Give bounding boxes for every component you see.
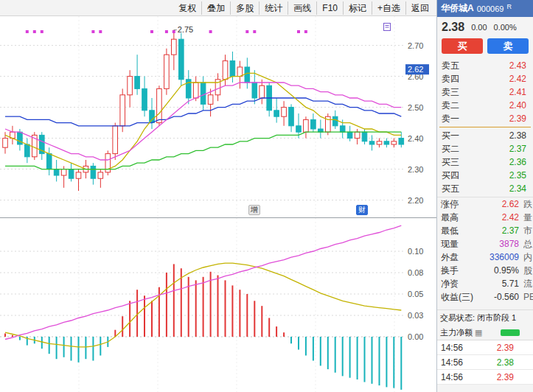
svg-text:2.20: 2.20 — [408, 196, 423, 205]
stat-value: 0.95% — [494, 265, 519, 276]
draw-line-button[interactable]: 画线 — [288, 1, 316, 15]
ask-label: 卖四 — [442, 73, 459, 85]
bid-price: 2.35 — [509, 170, 526, 181]
mark-button[interactable]: 标记 — [343, 1, 372, 15]
stock-app-window: 复权 叠加 多股 统计 画线 F10 标记 +自选 返回 2.702.602.5… — [0, 0, 533, 392]
sell-button[interactable]: 卖 — [487, 38, 529, 54]
bid-row[interactable]: 买五 2.34 — [437, 182, 533, 195]
indicator-tag-cai[interactable]: 财 — [356, 205, 368, 215]
bid-price: 2.34 — [509, 183, 526, 194]
price-change: 0.00 — [471, 23, 487, 32]
add-watchlist-button[interactable]: +自选 — [372, 1, 405, 15]
trade-status-label: 交易状态: — [440, 312, 475, 323]
svg-text:2.75: 2.75 — [178, 25, 193, 34]
stat-clipped-label: 市 — [523, 225, 533, 237]
stat-clipped-label: 总 — [523, 238, 533, 251]
multi-stock-button[interactable]: 多股 — [230, 1, 259, 15]
price-row: 2.38 0.00 0.00% — [437, 17, 533, 38]
ask-row[interactable]: 卖五 2.43 — [437, 59, 533, 72]
tick-time: 14:56 — [441, 357, 463, 368]
memo-icon-glyph — [383, 22, 392, 32]
bid-row[interactable]: 买一 2.38 — [437, 129, 533, 142]
order-book: 卖五 2.43 卖四 2.42 卖三 2.41 卖二 2.40 卖一 2.39 … — [437, 58, 533, 195]
bid-ask-divider — [439, 127, 531, 127]
ask-price: 2.40 — [509, 100, 526, 111]
tick-price: 2.39 — [497, 372, 514, 382]
tick-list: 14:56 2.39 14:56 2.38 14:56 2.39 — [437, 340, 533, 385]
quote-panel: 华侨城A 000069 R 2.38 0.00 0.00% 买 卖 卖五 2.4… — [437, 0, 533, 392]
bid-price: 2.38 — [509, 130, 526, 141]
overlay-button[interactable]: 叠加 — [201, 1, 230, 15]
tick-price: 2.39 — [497, 343, 514, 353]
bid-row[interactable]: 买四 2.35 — [437, 169, 533, 182]
ask-row[interactable]: 卖三 2.41 — [437, 85, 533, 99]
chart-area: 复权 叠加 多股 统计 画线 F10 标记 +自选 返回 2.702.602.5… — [0, 0, 437, 392]
ask-row[interactable]: 卖二 2.40 — [437, 99, 533, 112]
chart-toolbar: 复权 叠加 多股 统计 画线 F10 标记 +自选 返回 — [0, 0, 436, 16]
stat-value: 2.62 — [502, 199, 519, 209]
ask-label: 卖一 — [442, 113, 459, 125]
stat-value: 5.71 — [502, 279, 519, 289]
candlestick-chart[interactable]: 2.702.602.502.402.302.202.752.62 — [0, 16, 437, 217]
trade-status-row: 交易状态: 闭市阶段 1 — [437, 309, 533, 325]
main-flow-label: 主力净额 — [440, 327, 473, 338]
last-price: 2.38 — [442, 21, 464, 34]
ask-row[interactable]: 卖四 2.42 — [437, 72, 533, 85]
stat-row-limit-up: 涨停 2.62 跌 — [437, 197, 533, 211]
main-flow-bar — [501, 329, 520, 336]
svg-text:2.70: 2.70 — [408, 41, 423, 50]
tick-price: 2.38 — [497, 357, 514, 368]
stat-row-cur-volume: 现量 3878 总 — [437, 237, 533, 251]
stat-value: 336009 — [490, 252, 519, 262]
stat-clipped-label: 流 — [523, 278, 533, 290]
trade-buttons: 买 卖 — [437, 38, 533, 58]
stat-value: -0.560 — [494, 292, 519, 302]
bid-row[interactable]: 买三 2.36 — [437, 155, 533, 169]
stat-row-high: 最高 2.42 量 — [437, 211, 533, 224]
indicator-panel: 0.100.080.050.030.00 — [0, 218, 436, 392]
main-chart-panel: 2.702.602.502.402.302.202.752.62 增 财 — [0, 16, 436, 218]
ask-price: 2.42 — [509, 74, 526, 84]
ask-label: 卖二 — [442, 99, 459, 112]
buy-button[interactable]: 买 — [442, 38, 483, 54]
stat-row-nav: 净资 5.71 流 — [437, 277, 533, 290]
stat-label: 最低 — [441, 225, 459, 237]
main-flow-row[interactable]: 主力净额 ▦ — [437, 325, 533, 340]
stat-clipped-label: PE — [523, 292, 533, 302]
ask-row[interactable]: 卖一 2.39 — [437, 112, 533, 125]
flow-detail-icon[interactable]: ▦ — [475, 328, 482, 337]
indicator-chart[interactable]: 0.100.080.050.030.00 — [0, 218, 437, 392]
back-button[interactable]: 返回 — [405, 1, 434, 15]
stat-label: 换手 — [441, 265, 459, 277]
svg-text:2.62: 2.62 — [408, 65, 423, 74]
ask-price: 2.43 — [509, 60, 526, 71]
stock-name: 华侨城A — [441, 2, 474, 15]
statistics-button[interactable]: 统计 — [259, 1, 288, 15]
stock-header: 华侨城A 000069 R — [437, 0, 533, 17]
svg-text:2.30: 2.30 — [408, 165, 423, 174]
svg-text:0.00: 0.00 — [408, 332, 423, 341]
stat-row-low: 最低 2.37 市 — [437, 224, 533, 237]
stat-row-eps: 收益(三) -0.560 PE — [437, 290, 533, 304]
ask-label: 卖五 — [442, 60, 459, 72]
bid-row[interactable]: 买二 2.37 — [437, 142, 533, 155]
chart-memo-icon[interactable] — [383, 22, 392, 32]
svg-text:2.40: 2.40 — [408, 134, 423, 143]
svg-text:0.05: 0.05 — [408, 290, 423, 298]
stat-clipped-label: 跌 — [523, 198, 533, 211]
bid-label: 买四 — [442, 169, 459, 182]
svg-text:0.10: 0.10 — [408, 247, 423, 256]
tick-time: 14:56 — [441, 343, 463, 353]
f10-button[interactable]: F10 — [316, 1, 343, 15]
stat-row-outer-volume: 外盘 336009 内 — [437, 251, 533, 264]
indicator-tag-zeng[interactable]: 增 — [248, 205, 260, 215]
svg-text:2.50: 2.50 — [408, 103, 423, 112]
stat-label: 现量 — [441, 238, 459, 251]
ask-label: 卖三 — [442, 86, 459, 99]
adjust-price-button[interactable]: 复权 — [173, 1, 201, 15]
stat-clipped-label: 量 — [523, 211, 533, 224]
stat-clipped-label: 股 — [523, 265, 533, 277]
tick-time: 14:56 — [441, 372, 463, 382]
stat-value: 3878 — [499, 239, 519, 249]
svg-text:0.08: 0.08 — [408, 268, 423, 277]
